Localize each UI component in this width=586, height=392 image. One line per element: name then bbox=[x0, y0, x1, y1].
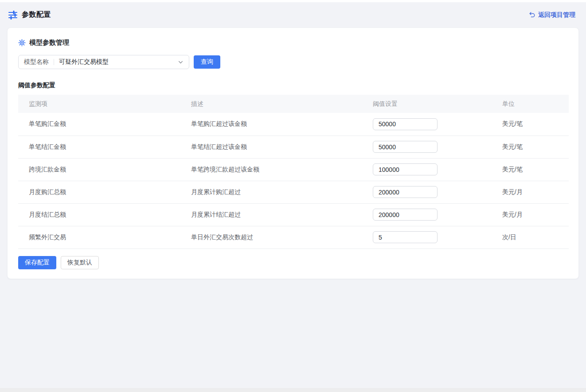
cell-threshold bbox=[362, 113, 492, 136]
model-select-label: 模型名称 bbox=[24, 58, 49, 66]
table-row: 单笔购汇金额单笔购汇超过该金额美元/笔 bbox=[18, 113, 569, 136]
cell-unit: 美元/笔 bbox=[492, 113, 569, 136]
chevron-down-icon bbox=[178, 59, 184, 65]
threshold-input[interactable] bbox=[373, 163, 438, 175]
table-row: 月度购汇总额月度累计购汇超过美元/月 bbox=[18, 181, 569, 203]
model-name-select[interactable]: 模型名称 可疑外汇交易模型 bbox=[18, 55, 189, 69]
cell-description: 单笔跨境汇款超过该金额 bbox=[180, 158, 362, 181]
column-header-item: 监测项 bbox=[18, 95, 180, 113]
cell-threshold bbox=[362, 226, 492, 248]
cell-threshold bbox=[362, 181, 492, 203]
table-header-row: 监测项 描述 阈值设置 单位 bbox=[18, 95, 569, 113]
header-bar: 参数配置 返回项目管理 bbox=[0, 2, 586, 27]
threshold-table: 监测项 描述 阈值设置 单位 单笔购汇金额单笔购汇超过该金额美元/笔单笔结汇金额… bbox=[18, 95, 569, 249]
section-title: 模型参数管理 bbox=[29, 39, 69, 47]
threshold-input[interactable] bbox=[373, 186, 438, 198]
cell-monitor-item: 频繁外汇交易 bbox=[18, 226, 180, 248]
threshold-input[interactable] bbox=[373, 141, 438, 153]
cell-monitor-item: 月度结汇总额 bbox=[18, 203, 180, 226]
restore-defaults-button[interactable]: 恢复默认 bbox=[61, 256, 99, 269]
cell-unit: 美元/笔 bbox=[492, 136, 569, 158]
column-header-unit: 单位 bbox=[492, 95, 569, 113]
model-parameter-card: 模型参数管理 模型名称 可疑外汇交易模型 查询 阈值参数配置 监测项 描述 阈值… bbox=[7, 27, 579, 279]
threshold-input[interactable] bbox=[373, 209, 438, 221]
cell-monitor-item: 单笔购汇金额 bbox=[18, 113, 180, 136]
save-config-button[interactable]: 保存配置 bbox=[18, 256, 56, 269]
cell-description: 月度累计购汇超过 bbox=[180, 181, 362, 203]
cell-unit: 美元/笔 bbox=[492, 158, 569, 181]
gear-icon bbox=[18, 39, 26, 47]
back-to-projects-link[interactable]: 返回项目管理 bbox=[529, 11, 575, 19]
cell-description: 单日外汇交易次数超过 bbox=[180, 226, 362, 248]
threshold-table-body: 单笔购汇金额单笔购汇超过该金额美元/笔单笔结汇金额单笔结汇超过该金额美元/笔跨境… bbox=[18, 113, 569, 248]
table-row: 跨境汇款金额单笔跨境汇款超过该金额美元/笔 bbox=[18, 158, 569, 181]
cell-monitor-item: 月度购汇总额 bbox=[18, 181, 180, 203]
cell-unit: 美元/月 bbox=[492, 181, 569, 203]
table-row: 频繁外汇交易单日外汇交易次数超过次/日 bbox=[18, 226, 569, 248]
threshold-section-title: 阈值参数配置 bbox=[18, 82, 568, 89]
threshold-input[interactable] bbox=[373, 231, 438, 243]
bottom-scrollbar-track bbox=[0, 388, 586, 392]
cell-description: 单笔结汇超过该金额 bbox=[180, 136, 362, 158]
column-header-threshold: 阈值设置 bbox=[362, 95, 492, 113]
query-button[interactable]: 查询 bbox=[194, 55, 220, 69]
table-row: 月度结汇总额月度累计结汇超过美元/月 bbox=[18, 203, 569, 226]
cell-unit: 美元/月 bbox=[492, 203, 569, 226]
cell-description: 月度累计结汇超过 bbox=[180, 203, 362, 226]
cell-threshold bbox=[362, 158, 492, 181]
cell-threshold bbox=[362, 136, 492, 158]
cell-monitor-item: 跨境汇款金额 bbox=[18, 158, 180, 181]
column-header-desc: 描述 bbox=[180, 95, 362, 113]
cell-threshold bbox=[362, 203, 492, 226]
sliders-icon bbox=[8, 10, 18, 20]
back-link-label: 返回项目管理 bbox=[538, 11, 575, 19]
page-title: 参数配置 bbox=[22, 10, 51, 19]
cell-unit: 次/日 bbox=[492, 226, 569, 248]
cell-monitor-item: 单笔结汇金额 bbox=[18, 136, 180, 158]
cell-description: 单笔购汇超过该金额 bbox=[180, 113, 362, 136]
select-divider bbox=[54, 59, 54, 65]
threshold-input[interactable] bbox=[373, 118, 438, 130]
model-select-value: 可疑外汇交易模型 bbox=[59, 58, 109, 66]
table-row: 单笔结汇金额单笔结汇超过该金额美元/笔 bbox=[18, 136, 569, 158]
undo-arrow-icon bbox=[529, 12, 535, 18]
